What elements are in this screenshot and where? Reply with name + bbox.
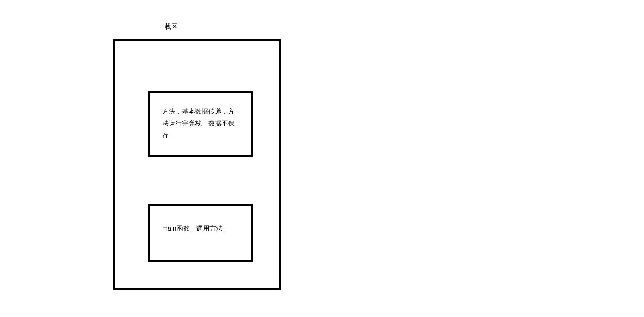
main-frame-text: main函数，调用方法， <box>162 223 238 235</box>
main-stack-frame: main函数，调用方法， <box>148 204 253 262</box>
stack-area-title: 栈区 <box>165 23 178 31</box>
method-stack-frame: 方法，基本数据传递，方法运行完弹栈，数据不保存 <box>148 91 253 157</box>
stack-container-box: 方法，基本数据传递，方法运行完弹栈，数据不保存 main函数，调用方法， <box>113 39 281 290</box>
method-frame-text: 方法，基本数据传递，方法运行完弹栈，数据不保存 <box>162 106 238 141</box>
